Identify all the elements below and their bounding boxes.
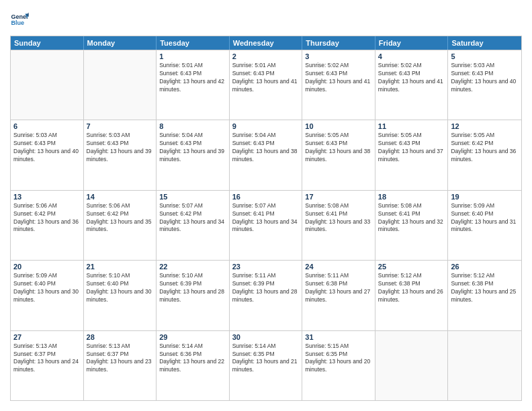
cell-info: Sunrise: 5:02 AM Sunset: 6:43 PM Dayligh… [305,62,372,94]
calendar-row-3: 20Sunrise: 5:09 AM Sunset: 6:40 PM Dayli… [11,260,521,330]
cell-info: Sunrise: 5:05 AM Sunset: 6:43 PM Dayligh… [378,132,445,164]
cell-info: Sunrise: 5:07 AM Sunset: 6:42 PM Dayligh… [159,202,226,234]
day-cell-31: 31Sunrise: 5:15 AM Sunset: 6:35 PM Dayli… [302,331,375,400]
calendar-body: 1Sunrise: 5:01 AM Sunset: 6:43 PM Daylig… [11,50,521,400]
day-number: 28 [87,333,154,341]
day-number: 30 [232,333,300,341]
header: General Blue [10,10,522,29]
day-number: 7 [87,122,154,130]
day-number: 6 [13,122,81,130]
cell-info: Sunrise: 5:04 AM Sunset: 6:43 PM Dayligh… [159,132,226,164]
cell-info: Sunrise: 5:07 AM Sunset: 6:41 PM Dayligh… [232,202,300,234]
day-number: 13 [13,193,81,201]
cell-info: Sunrise: 5:01 AM Sunset: 6:43 PM Dayligh… [232,62,300,94]
cell-info: Sunrise: 5:11 AM Sunset: 6:39 PM Dayligh… [232,272,300,304]
cell-info: Sunrise: 5:06 AM Sunset: 6:42 PM Dayligh… [13,202,81,234]
day-number: 10 [305,122,372,130]
cell-info: Sunrise: 5:03 AM Sunset: 6:43 PM Dayligh… [451,62,519,94]
day-cell-22: 22Sunrise: 5:10 AM Sunset: 6:39 PM Dayli… [157,261,230,330]
day-number: 31 [305,333,372,341]
day-cell-30: 30Sunrise: 5:14 AM Sunset: 6:35 PM Dayli… [230,331,303,400]
day-number: 1 [159,52,226,60]
day-cell-25: 25Sunrise: 5:12 AM Sunset: 6:38 PM Dayli… [375,261,449,330]
cell-info: Sunrise: 5:14 AM Sunset: 6:36 PM Dayligh… [159,342,226,375]
day-cell-28: 28Sunrise: 5:13 AM Sunset: 6:37 PM Dayli… [84,331,157,400]
day-cell-6: 6Sunrise: 5:03 AM Sunset: 6:43 PM Daylig… [11,120,84,189]
cell-info: Sunrise: 5:09 AM Sunset: 6:40 PM Dayligh… [451,202,519,234]
day-number: 9 [232,122,300,130]
cell-info: Sunrise: 5:08 AM Sunset: 6:41 PM Dayligh… [378,202,445,234]
day-number: 3 [305,52,372,60]
cell-info: Sunrise: 5:08 AM Sunset: 6:41 PM Dayligh… [305,202,372,234]
calendar-row-4: 27Sunrise: 5:13 AM Sunset: 6:37 PM Dayli… [11,330,521,400]
day-number: 15 [159,193,226,201]
day-number: 19 [451,193,519,201]
empty-cell [84,50,157,120]
cell-info: Sunrise: 5:13 AM Sunset: 6:37 PM Dayligh… [13,342,81,375]
day-cell-14: 14Sunrise: 5:06 AM Sunset: 6:42 PM Dayli… [84,191,157,260]
calendar-row-1: 6Sunrise: 5:03 AM Sunset: 6:43 PM Daylig… [11,120,521,189]
cell-info: Sunrise: 5:03 AM Sunset: 6:43 PM Dayligh… [13,132,81,164]
day-number: 17 [305,193,372,201]
svg-text:Blue: Blue [11,19,24,26]
cell-info: Sunrise: 5:02 AM Sunset: 6:43 PM Dayligh… [378,62,445,94]
day-cell-17: 17Sunrise: 5:08 AM Sunset: 6:41 PM Dayli… [302,191,375,260]
day-cell-9: 9Sunrise: 5:04 AM Sunset: 6:43 PM Daylig… [230,120,303,189]
day-number: 2 [232,52,300,60]
day-cell-15: 15Sunrise: 5:07 AM Sunset: 6:42 PM Dayli… [157,191,230,260]
day-cell-1: 1Sunrise: 5:01 AM Sunset: 6:43 PM Daylig… [157,50,230,120]
day-number: 23 [232,263,300,271]
day-number: 25 [378,263,445,271]
day-cell-27: 27Sunrise: 5:13 AM Sunset: 6:37 PM Dayli… [11,331,84,400]
logo: General Blue [10,10,29,29]
day-number: 5 [451,52,519,60]
day-cell-23: 23Sunrise: 5:11 AM Sunset: 6:39 PM Dayli… [230,261,303,330]
day-cell-12: 12Sunrise: 5:05 AM Sunset: 6:42 PM Dayli… [448,120,521,189]
day-number: 18 [378,193,445,201]
day-number: 11 [378,122,445,130]
day-cell-18: 18Sunrise: 5:08 AM Sunset: 6:41 PM Dayli… [375,191,449,260]
page: General Blue SundayMondayTuesdayWednesda… [0,0,532,411]
day-number: 21 [87,263,154,271]
weekday-header-thursday: Thursday [302,36,375,50]
weekday-header-saturday: Saturday [448,36,521,50]
empty-cell [375,331,449,400]
day-cell-26: 26Sunrise: 5:12 AM Sunset: 6:38 PM Dayli… [448,261,521,330]
weekday-header-wednesday: Wednesday [230,36,303,50]
day-number: 24 [305,263,372,271]
day-cell-8: 8Sunrise: 5:04 AM Sunset: 6:43 PM Daylig… [157,120,230,189]
empty-cell [448,331,521,400]
cell-info: Sunrise: 5:04 AM Sunset: 6:43 PM Dayligh… [232,132,300,164]
day-number: 8 [159,122,226,130]
calendar-row-0: 1Sunrise: 5:01 AM Sunset: 6:43 PM Daylig… [11,50,521,120]
cell-info: Sunrise: 5:01 AM Sunset: 6:43 PM Dayligh… [159,62,226,94]
day-cell-10: 10Sunrise: 5:05 AM Sunset: 6:43 PM Dayli… [302,120,375,189]
day-cell-19: 19Sunrise: 5:09 AM Sunset: 6:40 PM Dayli… [448,191,521,260]
cell-info: Sunrise: 5:05 AM Sunset: 6:42 PM Dayligh… [451,132,519,164]
cell-info: Sunrise: 5:03 AM Sunset: 6:43 PM Dayligh… [87,132,154,164]
day-number: 16 [232,193,300,201]
cell-info: Sunrise: 5:12 AM Sunset: 6:38 PM Dayligh… [378,272,445,304]
day-number: 4 [378,52,445,60]
logo-icon: General Blue [10,10,29,29]
day-cell-16: 16Sunrise: 5:07 AM Sunset: 6:41 PM Dayli… [230,191,303,260]
cell-info: Sunrise: 5:10 AM Sunset: 6:40 PM Dayligh… [87,272,154,304]
calendar-row-2: 13Sunrise: 5:06 AM Sunset: 6:42 PM Dayli… [11,190,521,260]
day-cell-5: 5Sunrise: 5:03 AM Sunset: 6:43 PM Daylig… [448,50,521,120]
day-number: 26 [451,263,519,271]
cell-info: Sunrise: 5:15 AM Sunset: 6:35 PM Dayligh… [305,342,372,375]
weekday-header-friday: Friday [375,36,449,50]
empty-cell [11,50,84,120]
day-cell-21: 21Sunrise: 5:10 AM Sunset: 6:40 PM Dayli… [84,261,157,330]
calendar-header-row: SundayMondayTuesdayWednesdayThursdayFrid… [11,36,521,50]
cell-info: Sunrise: 5:09 AM Sunset: 6:40 PM Dayligh… [13,272,81,304]
cell-info: Sunrise: 5:12 AM Sunset: 6:38 PM Dayligh… [451,272,519,304]
cell-info: Sunrise: 5:11 AM Sunset: 6:38 PM Dayligh… [305,272,372,304]
day-number: 22 [159,263,226,271]
calendar: SundayMondayTuesdayWednesdayThursdayFrid… [10,36,522,401]
day-cell-2: 2Sunrise: 5:01 AM Sunset: 6:43 PM Daylig… [230,50,303,120]
cell-info: Sunrise: 5:10 AM Sunset: 6:39 PM Dayligh… [159,272,226,304]
day-cell-3: 3Sunrise: 5:02 AM Sunset: 6:43 PM Daylig… [302,50,375,120]
day-cell-20: 20Sunrise: 5:09 AM Sunset: 6:40 PM Dayli… [11,261,84,330]
cell-info: Sunrise: 5:14 AM Sunset: 6:35 PM Dayligh… [232,342,300,375]
